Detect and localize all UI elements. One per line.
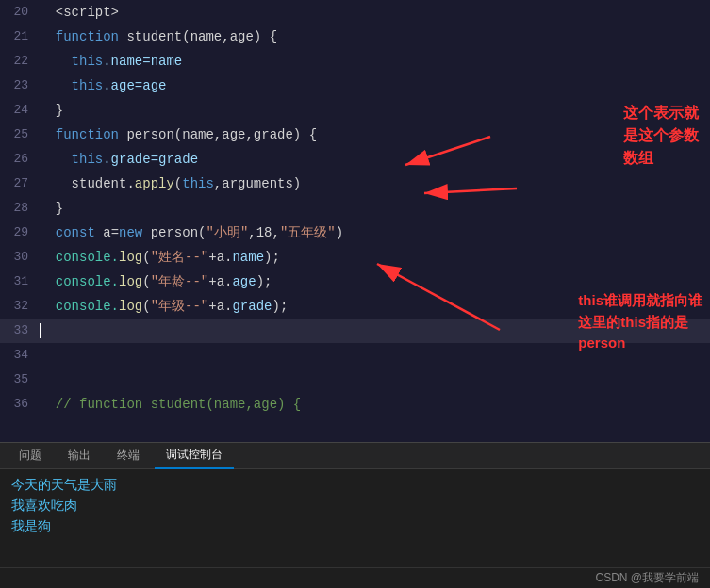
line-content: function person(name,age,grade) { xyxy=(40,122,710,147)
annotation-1: 这个表示就 是这个参数 数组 xyxy=(623,102,699,170)
line-content: function student(name,age) { xyxy=(40,24,710,49)
line-content: this.name=name xyxy=(40,49,710,74)
tab-output[interactable]: 输出 xyxy=(57,443,102,469)
line-content: student.apply(this,arguments) xyxy=(40,172,710,196)
line-number: 36 xyxy=(0,392,40,416)
tab-terminal[interactable]: 终端 xyxy=(106,443,151,469)
line-number: 22 xyxy=(0,49,40,74)
code-line-23: 23 this.age=age xyxy=(0,74,710,98)
tab-problems[interactable]: 问题 xyxy=(8,443,53,469)
line-number: 26 xyxy=(0,147,40,172)
console-line-1: 今天的天气是大雨 xyxy=(11,475,699,496)
line-number: 28 xyxy=(0,196,40,220)
code-line-35: 35 xyxy=(0,368,710,392)
line-number: 35 xyxy=(0,368,40,392)
code-line-30: 30 console.log("姓名--"+a.name); xyxy=(0,245,710,270)
line-content: this.grade=grade xyxy=(40,147,710,172)
line-number: 23 xyxy=(0,74,40,98)
code-lines: 20 <script>21 function student(name,age)… xyxy=(0,0,710,442)
line-number: 21 xyxy=(0,24,40,49)
code-editor: 20 <script>21 function student(name,age)… xyxy=(0,0,710,442)
line-content: <script> xyxy=(40,0,710,24)
tab-debug-console[interactable]: 调试控制台 xyxy=(155,443,234,469)
line-content: console.log("姓名--"+a.name); xyxy=(40,245,710,270)
line-number: 34 xyxy=(0,343,40,368)
line-content: const a=new person("小明",18,"五年级") xyxy=(40,220,710,245)
code-line-22: 22 this.name=name xyxy=(0,49,710,74)
code-line-26: 26 this.grade=grade xyxy=(0,147,710,172)
watermark: CSDN @我要学前端 xyxy=(595,570,699,586)
code-line-21: 21 function student(name,age) { xyxy=(0,24,710,49)
line-content: } xyxy=(40,98,710,122)
console-line-3: 我是狗 xyxy=(11,516,699,537)
line-number: 31 xyxy=(0,270,40,294)
bottom-bar: CSDN @我要学前端 xyxy=(0,567,710,588)
code-line-24: 24 } xyxy=(0,98,710,122)
annotation-2: this谁调用就指向谁 这里的this指的是 person xyxy=(578,290,702,354)
code-line-29: 29 const a=new person("小明",18,"五年级") xyxy=(0,220,710,245)
code-line-28: 28 } xyxy=(0,196,710,220)
line-number: 24 xyxy=(0,98,40,122)
line-number: 30 xyxy=(0,245,40,270)
code-line-20: 20 <script> xyxy=(0,0,710,24)
panel-content: 今天的天气是大雨 我喜欢吃肉 我是狗 xyxy=(0,469,710,567)
line-number: 20 xyxy=(0,0,40,24)
line-content: this.age=age xyxy=(40,74,710,98)
line-number: 33 xyxy=(0,318,40,343)
line-number: 27 xyxy=(0,172,40,196)
line-content: } xyxy=(40,196,710,220)
bottom-panel: 问题 输出 终端 调试控制台 今天的天气是大雨 我喜欢吃肉 我是狗 CSDN @… xyxy=(0,442,710,588)
line-number: 32 xyxy=(0,294,40,318)
code-line-25: 25 function person(name,age,grade) { xyxy=(0,122,710,147)
line-number: 25 xyxy=(0,122,40,147)
code-line-27: 27 student.apply(this,arguments) xyxy=(0,172,710,196)
line-content: // function student(name,age) { xyxy=(40,392,710,416)
console-line-2: 我喜欢吃肉 xyxy=(11,496,699,516)
panel-tabs: 问题 输出 终端 调试控制台 xyxy=(0,443,710,469)
code-line-36: 36 // function student(name,age) { xyxy=(0,392,710,416)
line-number: 29 xyxy=(0,220,40,245)
